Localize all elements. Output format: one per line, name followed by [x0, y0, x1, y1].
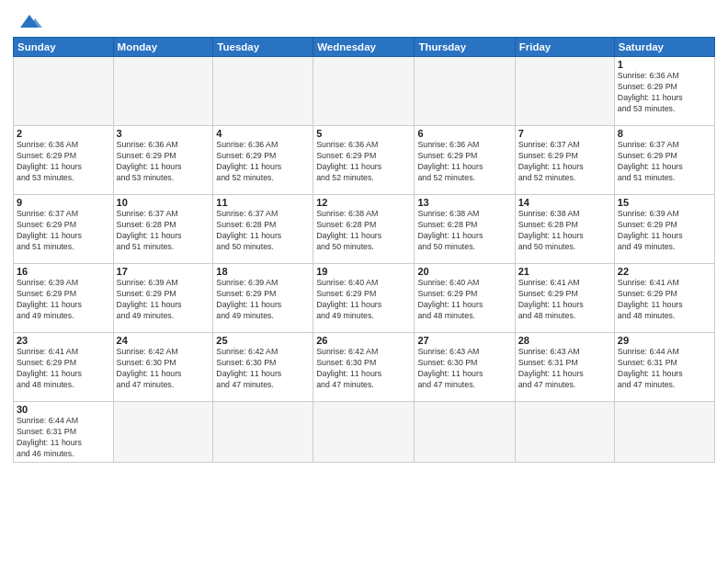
calendar-cell [14, 57, 114, 126]
calendar-cell [415, 402, 515, 463]
day-info: Sunrise: 6:43 AM Sunset: 6:31 PM Dayligh… [518, 347, 611, 391]
day-info: Sunrise: 6:41 AM Sunset: 6:29 PM Dayligh… [17, 347, 110, 391]
day-info: Sunrise: 6:36 AM Sunset: 6:29 PM Dayligh… [117, 140, 210, 184]
day-number: 29 [618, 335, 711, 346]
calendar-week-3: 9Sunrise: 6:37 AM Sunset: 6:29 PM Daylig… [14, 195, 715, 264]
calendar-cell: 25Sunrise: 6:42 AM Sunset: 6:30 PM Dayli… [213, 333, 313, 402]
day-number: 4 [216, 128, 310, 139]
day-info: Sunrise: 6:36 AM Sunset: 6:29 PM Dayligh… [316, 140, 411, 184]
calendar-header-thursday: Thursday [415, 38, 515, 57]
calendar-cell: 18Sunrise: 6:39 AM Sunset: 6:29 PM Dayli… [213, 264, 313, 333]
calendar-cell [614, 402, 714, 463]
calendar-cell: 29Sunrise: 6:44 AM Sunset: 6:31 PM Dayli… [614, 333, 714, 402]
day-info: Sunrise: 6:42 AM Sunset: 6:30 PM Dayligh… [316, 347, 411, 391]
calendar-cell: 19Sunrise: 6:40 AM Sunset: 6:29 PM Dayli… [313, 264, 415, 333]
day-info: Sunrise: 6:37 AM Sunset: 6:29 PM Dayligh… [17, 209, 110, 253]
day-info: Sunrise: 6:39 AM Sunset: 6:29 PM Dayligh… [117, 278, 210, 322]
calendar-header-wednesday: Wednesday [313, 38, 415, 57]
day-info: Sunrise: 6:38 AM Sunset: 6:28 PM Dayligh… [417, 209, 511, 253]
day-number: 6 [417, 128, 511, 139]
calendar-week-5: 23Sunrise: 6:41 AM Sunset: 6:29 PM Dayli… [14, 333, 715, 402]
calendar-header-row: SundayMondayTuesdayWednesdayThursdayFrid… [14, 38, 715, 57]
calendar-table: SundayMondayTuesdayWednesdayThursdayFrid… [13, 37, 715, 463]
page: SundayMondayTuesdayWednesdayThursdayFrid… [0, 0, 728, 563]
calendar-cell [213, 57, 313, 126]
calendar-cell: 6Sunrise: 6:36 AM Sunset: 6:29 PM Daylig… [415, 126, 515, 195]
day-info: Sunrise: 6:43 AM Sunset: 6:30 PM Dayligh… [417, 347, 511, 391]
day-number: 17 [117, 266, 210, 277]
day-number: 11 [216, 197, 310, 208]
calendar-header-tuesday: Tuesday [213, 38, 313, 57]
calendar-week-2: 2Sunrise: 6:36 AM Sunset: 6:29 PM Daylig… [14, 126, 715, 195]
day-info: Sunrise: 6:38 AM Sunset: 6:28 PM Dayligh… [518, 209, 611, 253]
day-info: Sunrise: 6:39 AM Sunset: 6:29 PM Dayligh… [618, 209, 711, 253]
calendar-cell [515, 402, 614, 463]
calendar-cell: 20Sunrise: 6:40 AM Sunset: 6:29 PM Dayli… [415, 264, 515, 333]
day-number: 14 [518, 197, 611, 208]
calendar-cell: 27Sunrise: 6:43 AM Sunset: 6:30 PM Dayli… [415, 333, 515, 402]
day-number: 22 [618, 266, 711, 277]
day-number: 25 [216, 335, 310, 346]
day-info: Sunrise: 6:36 AM Sunset: 6:29 PM Dayligh… [17, 140, 110, 184]
day-info: Sunrise: 6:39 AM Sunset: 6:29 PM Dayligh… [17, 278, 110, 322]
calendar-header-saturday: Saturday [614, 38, 714, 57]
calendar-cell: 8Sunrise: 6:37 AM Sunset: 6:29 PM Daylig… [614, 126, 714, 195]
day-number: 1 [618, 59, 711, 70]
day-info: Sunrise: 6:36 AM Sunset: 6:29 PM Dayligh… [216, 140, 310, 184]
calendar-cell: 13Sunrise: 6:38 AM Sunset: 6:28 PM Dayli… [415, 195, 515, 264]
calendar-cell [313, 402, 415, 463]
day-info: Sunrise: 6:42 AM Sunset: 6:30 PM Dayligh… [117, 347, 210, 391]
calendar-cell: 3Sunrise: 6:36 AM Sunset: 6:29 PM Daylig… [113, 126, 213, 195]
calendar-cell: 1Sunrise: 6:36 AM Sunset: 6:29 PM Daylig… [614, 57, 714, 126]
calendar-cell: 30Sunrise: 6:44 AM Sunset: 6:31 PM Dayli… [14, 402, 114, 463]
day-info: Sunrise: 6:37 AM Sunset: 6:29 PM Dayligh… [518, 140, 611, 184]
calendar-cell: 2Sunrise: 6:36 AM Sunset: 6:29 PM Daylig… [14, 126, 114, 195]
day-number: 26 [316, 335, 411, 346]
day-info: Sunrise: 6:37 AM Sunset: 6:28 PM Dayligh… [216, 209, 310, 253]
calendar-cell: 28Sunrise: 6:43 AM Sunset: 6:31 PM Dayli… [515, 333, 614, 402]
day-number: 7 [518, 128, 611, 139]
calendar-cell: 14Sunrise: 6:38 AM Sunset: 6:28 PM Dayli… [515, 195, 614, 264]
calendar-cell: 22Sunrise: 6:41 AM Sunset: 6:29 PM Dayli… [614, 264, 714, 333]
calendar-week-4: 16Sunrise: 6:39 AM Sunset: 6:29 PM Dayli… [14, 264, 715, 333]
calendar-cell: 4Sunrise: 6:36 AM Sunset: 6:29 PM Daylig… [213, 126, 313, 195]
calendar-cell: 26Sunrise: 6:42 AM Sunset: 6:30 PM Dayli… [313, 333, 415, 402]
logo-icon [17, 11, 42, 31]
day-number: 27 [417, 335, 511, 346]
calendar-cell: 23Sunrise: 6:41 AM Sunset: 6:29 PM Dayli… [14, 333, 114, 402]
calendar-cell: 12Sunrise: 6:38 AM Sunset: 6:28 PM Dayli… [313, 195, 415, 264]
day-number: 21 [518, 266, 611, 277]
day-number: 15 [618, 197, 711, 208]
day-info: Sunrise: 6:42 AM Sunset: 6:30 PM Dayligh… [216, 347, 310, 391]
day-number: 24 [117, 335, 210, 346]
calendar-cell: 10Sunrise: 6:37 AM Sunset: 6:28 PM Dayli… [113, 195, 213, 264]
calendar-cell: 15Sunrise: 6:39 AM Sunset: 6:29 PM Dayli… [614, 195, 714, 264]
calendar-week-1: 1Sunrise: 6:36 AM Sunset: 6:29 PM Daylig… [14, 57, 715, 126]
day-info: Sunrise: 6:36 AM Sunset: 6:29 PM Dayligh… [618, 71, 711, 115]
day-number: 12 [316, 197, 411, 208]
day-number: 3 [117, 128, 210, 139]
day-number: 8 [618, 128, 711, 139]
calendar-header-sunday: Sunday [14, 38, 114, 57]
day-info: Sunrise: 6:44 AM Sunset: 6:31 PM Dayligh… [17, 416, 110, 460]
day-number: 20 [417, 266, 511, 277]
calendar-cell [515, 57, 614, 126]
day-number: 19 [316, 266, 411, 277]
day-info: Sunrise: 6:37 AM Sunset: 6:29 PM Dayligh… [618, 140, 711, 184]
day-info: Sunrise: 6:38 AM Sunset: 6:28 PM Dayligh… [316, 209, 411, 253]
day-info: Sunrise: 6:37 AM Sunset: 6:28 PM Dayligh… [117, 209, 210, 253]
calendar-cell [113, 57, 213, 126]
day-number: 9 [17, 197, 110, 208]
calendar-cell: 24Sunrise: 6:42 AM Sunset: 6:30 PM Dayli… [113, 333, 213, 402]
calendar-cell [313, 57, 415, 126]
calendar-cell [415, 57, 515, 126]
calendar-cell: 5Sunrise: 6:36 AM Sunset: 6:29 PM Daylig… [313, 126, 415, 195]
calendar-header-friday: Friday [515, 38, 614, 57]
calendar-cell: 7Sunrise: 6:37 AM Sunset: 6:29 PM Daylig… [515, 126, 614, 195]
day-info: Sunrise: 6:40 AM Sunset: 6:29 PM Dayligh… [316, 278, 411, 322]
calendar-cell [213, 402, 313, 463]
day-number: 30 [17, 404, 110, 415]
day-info: Sunrise: 6:41 AM Sunset: 6:29 PM Dayligh… [518, 278, 611, 322]
day-info: Sunrise: 6:41 AM Sunset: 6:29 PM Dayligh… [618, 278, 711, 322]
calendar-cell: 21Sunrise: 6:41 AM Sunset: 6:29 PM Dayli… [515, 264, 614, 333]
